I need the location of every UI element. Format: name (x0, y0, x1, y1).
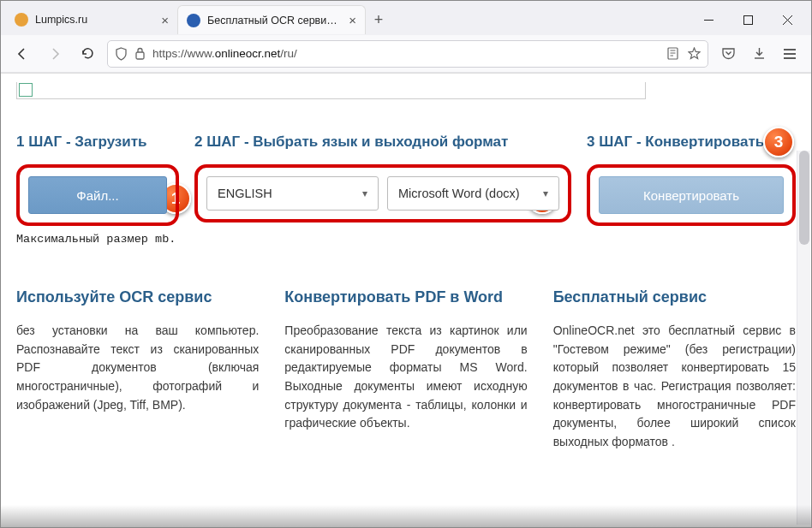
pocket-icon[interactable] (715, 41, 741, 67)
close-icon[interactable]: × (349, 13, 356, 27)
chevron-down-icon: ▾ (543, 187, 548, 199)
file-button[interactable]: Файл... (28, 176, 167, 214)
url-prefix: https://www. (152, 47, 215, 60)
url-path: /ru/ (280, 47, 297, 60)
close-window-button[interactable] (768, 6, 806, 33)
step-2-title: 2 ШАГ - Выбрать язык и выходной формат (194, 133, 571, 151)
browser-chrome: Lumpics.ru × Бесплатный OCR сервис - Кон… (1, 1, 811, 74)
annotation-badge-3: 3 (763, 127, 794, 157)
steps-row: 1 2 1 ШАГ - Загрузить Файл... Максимальн… (16, 133, 796, 246)
chevron-down-icon: ▾ (362, 187, 367, 199)
forward-button[interactable] (42, 41, 68, 67)
svg-rect-1 (743, 15, 752, 24)
language-value: ENGLISH (218, 187, 272, 200)
reader-icon[interactable] (666, 47, 679, 60)
toolbar: https://www.onlineocr.net/ru/ (1, 35, 811, 73)
step-1-title: 1 ШАГ - Загрузить (16, 133, 179, 151)
tab-onlineocr[interactable]: Бесплатный OCR сервис - Кон × (177, 5, 366, 34)
language-select[interactable]: ENGLISH ▾ (206, 176, 379, 211)
highlight-box-3: Конвертировать (587, 164, 796, 226)
bookmark-icon[interactable] (688, 47, 701, 60)
url-bar[interactable]: https://www.onlineocr.net/ru/ (107, 40, 708, 68)
tab-lumpics[interactable]: Lumpics.ru × (6, 5, 177, 34)
convert-button-label: Конвертировать (643, 188, 739, 203)
menu-icon[interactable] (777, 41, 803, 67)
column-1-title: Используйте OCR сервис (16, 288, 259, 306)
minimize-button[interactable] (690, 6, 727, 33)
column-1: Используйте OCR сервис без установки на … (16, 288, 259, 452)
column-2-title: Конвертировать PDF в Word (284, 288, 527, 306)
format-select[interactable]: Microsoft Word (docx) ▾ (387, 176, 559, 211)
column-3: Бесплатный сервис OnlineOCR.net это бесп… (553, 288, 796, 452)
convert-button[interactable]: Конвертировать (599, 176, 784, 214)
close-icon[interactable]: × (161, 13, 169, 27)
maximize-button[interactable] (729, 6, 767, 33)
scrollbar-thumb[interactable] (799, 151, 809, 245)
step-1: 1 ШАГ - Загрузить Файл... Максимальный р… (16, 133, 179, 246)
step-3: 3 3 ШАГ - Конвертировать Конвертировать (587, 133, 796, 226)
downloads-icon[interactable] (746, 41, 772, 67)
tab-title: Бесплатный OCR сервис - Кон (207, 15, 342, 27)
svg-rect-4 (136, 52, 144, 59)
highlight-box-1: Файл... (16, 164, 179, 226)
tab-title: Lumpics.ru (35, 14, 154, 26)
tab-strip: Lumpics.ru × Бесплатный OCR сервис - Кон… (1, 1, 811, 35)
column-2: Конвертировать PDF в Word Преобразование… (284, 288, 527, 452)
column-2-text: Преобразование текста из картинок или ск… (284, 322, 527, 433)
column-1-text: без установки на ваш компьютер. Распозна… (16, 322, 259, 414)
reload-button[interactable] (75, 41, 100, 67)
page-content: 1 2 1 ШАГ - Загрузить Файл... Максимальн… (1, 74, 811, 526)
url-host: onlineocr.net (215, 47, 281, 60)
favicon-lumpics (15, 13, 28, 27)
scrollbar[interactable] (797, 151, 810, 525)
file-button-label: Файл... (76, 188, 118, 203)
favicon-onlineocr (187, 14, 200, 27)
info-columns: Используйте OCR сервис без установки на … (16, 288, 796, 452)
window-controls (690, 6, 806, 33)
back-button[interactable] (9, 41, 35, 67)
max-filesize-note: Максимальный размер mb. (16, 233, 179, 246)
column-3-title: Бесплатный сервис (553, 288, 796, 306)
column-3-text: OnlineOCR.net это бесплатный сервис в "Г… (553, 322, 796, 452)
format-value: Microsoft Word (docx) (398, 187, 520, 200)
shield-icon[interactable] (115, 47, 128, 61)
highlight-box-2: ENGLISH ▾ Microsoft Word (docx) ▾ (194, 164, 571, 222)
step-2: 2 ШАГ - Выбрать язык и выходной формат E… (194, 133, 571, 222)
url-text: https://www.onlineocr.net/ru/ (152, 47, 660, 60)
lock-icon[interactable] (134, 47, 146, 60)
new-tab-button[interactable]: + (366, 7, 391, 33)
cropped-element (16, 82, 646, 99)
